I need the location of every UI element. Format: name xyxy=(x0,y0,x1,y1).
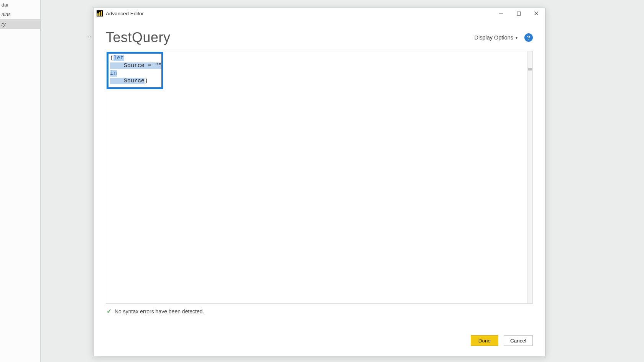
display-options-dropdown[interactable]: Display Options ▾ xyxy=(473,33,518,42)
svg-rect-2 xyxy=(99,12,100,16)
close-button[interactable] xyxy=(527,8,545,19)
status-message: No syntax errors have been detected. xyxy=(115,308,204,314)
titlebar: Advanced Editor xyxy=(94,8,545,19)
code-paren-open: ( xyxy=(110,55,113,61)
cancel-button[interactable]: Cancel xyxy=(504,335,533,346)
sidebar-item-2[interactable]: ry xyxy=(0,19,40,29)
resize-handle-icon[interactable]: ↔ xyxy=(86,34,92,39)
svg-rect-5 xyxy=(517,12,521,15)
done-button[interactable]: Done xyxy=(471,335,498,346)
window-controls xyxy=(492,8,545,19)
app-icon xyxy=(97,10,103,16)
window-title: Advanced Editor xyxy=(106,11,144,16)
display-options-label: Display Options xyxy=(474,34,513,41)
code-content: (let Source = "" in Source) xyxy=(110,54,162,85)
code-editor[interactable]: (let Source = "" in Source) xyxy=(106,51,533,304)
dialog-buttons: Done Cancel xyxy=(94,323,545,356)
sidebar-item-1[interactable]: ains xyxy=(0,10,40,19)
editor-scrollbar[interactable] xyxy=(527,51,532,303)
query-title: TestQuery xyxy=(106,29,171,46)
syntax-status: ✓ No syntax errors have been detected. xyxy=(106,304,533,317)
svg-rect-3 xyxy=(101,11,102,16)
queries-sidebar: dar ains ry xyxy=(0,0,41,362)
code-line-2: Source = "" xyxy=(110,62,162,69)
maximize-button[interactable] xyxy=(510,8,527,19)
advanced-editor-dialog: Advanced Editor TestQuery Display Option… xyxy=(93,8,545,356)
code-kw-let: let xyxy=(113,55,124,61)
header-row: TestQuery Display Options ▾ ? xyxy=(94,19,545,51)
checkmark-icon: ✓ xyxy=(107,308,112,315)
code-line-4: Source xyxy=(110,78,145,84)
code-paren-close: ) xyxy=(145,78,148,84)
code-kw-in: in xyxy=(110,70,117,77)
chevron-down-icon: ▾ xyxy=(516,36,518,40)
svg-rect-1 xyxy=(97,13,99,16)
help-icon[interactable]: ? xyxy=(524,33,533,42)
sidebar-item-0[interactable]: dar xyxy=(0,0,40,10)
minimize-button[interactable] xyxy=(492,8,510,19)
